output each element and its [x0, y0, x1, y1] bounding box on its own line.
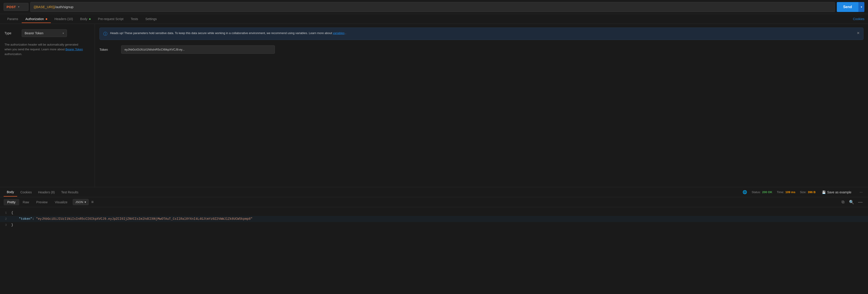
- main-content: Type Bearer Token ▾ The authorization he…: [0, 24, 868, 187]
- request-tabs-bar: Params Authorization Headers (10) Body P…: [0, 14, 868, 24]
- url-path: /auth/signup: [55, 5, 73, 9]
- status-label: Status:: [752, 190, 761, 194]
- copy-button[interactable]: ⧉: [839, 199, 847, 205]
- line-number-1: 1: [0, 211, 11, 216]
- time-value: 109 ms: [785, 190, 796, 194]
- subtab-preview[interactable]: Preview: [33, 199, 51, 205]
- tab-params[interactable]: Params: [4, 15, 22, 23]
- type-label: Type: [4, 31, 18, 35]
- time-item: Time: 109 ms: [777, 190, 796, 194]
- type-dropdown-label: Bearer Token: [25, 31, 61, 35]
- status-code: 200 OK: [762, 190, 772, 194]
- status-code-item: Status: 200 OK: [752, 190, 772, 194]
- response-tab-body[interactable]: Body: [4, 188, 17, 196]
- time-label: Time:: [777, 190, 784, 194]
- token-input[interactable]: [121, 45, 275, 54]
- type-dropdown[interactable]: Bearer Token ▾: [22, 29, 67, 37]
- url-bar: POST ▾ {{BASE_URI}} /auth/signup Send ▾: [0, 0, 868, 14]
- response-tab-testresults[interactable]: Test Results: [58, 188, 81, 196]
- token-label: Token: [99, 48, 118, 51]
- type-dropdown-chevron-icon: ▾: [63, 32, 64, 35]
- code-content-2: "token": "eyJhbGciOiJIUzI1NiIsInR5cCI6Ik…: [11, 216, 252, 221]
- save-icon: 💾: [822, 190, 826, 194]
- code-line-1: 1 {: [0, 210, 868, 216]
- alert-close-icon[interactable]: ✕: [857, 31, 860, 35]
- auth-right-panel: ⓘ Heads up! These parameters hold sensit…: [95, 24, 868, 187]
- code-area: 1 { 2 "token": "eyJhbGciOiJIUzI1NiIsInR5…: [0, 207, 868, 284]
- size-item: Size: 396 B: [800, 190, 816, 194]
- size-value: 396 B: [808, 190, 816, 194]
- code-line-2: 2 "token": "eyJhbGciOiJIUzI1NiIsInR5cCI6…: [0, 216, 868, 222]
- auth-type-row: Type Bearer Token ▾: [4, 29, 90, 37]
- send-dropdown-button[interactable]: ▾: [858, 2, 864, 12]
- line-number-3: 3: [0, 223, 11, 228]
- filter-button[interactable]: ≡: [90, 199, 96, 205]
- save-example-button[interactable]: 💾 Save as example: [820, 189, 853, 195]
- tab-settings[interactable]: Settings: [142, 15, 160, 23]
- globe-icon: 🌐: [743, 190, 747, 194]
- url-base: {{BASE_URI}}: [34, 5, 55, 9]
- tab-body[interactable]: Body: [76, 15, 94, 23]
- subtab-visualize[interactable]: Visualize: [51, 199, 71, 205]
- code-content-3: }: [11, 222, 13, 227]
- url-input[interactable]: {{BASE_URI}} /auth/signup: [30, 2, 835, 12]
- alert-banner: ⓘ Heads up! These parameters hold sensit…: [99, 28, 864, 40]
- variables-link[interactable]: variables: [333, 31, 344, 35]
- method-chevron-icon: ▾: [18, 5, 20, 8]
- auth-left-panel: Type Bearer Token ▾ The authorization he…: [0, 24, 95, 187]
- minimize-button[interactable]: —: [856, 198, 864, 206]
- line-number-2: 2: [0, 217, 11, 222]
- subtab-pretty[interactable]: Pretty: [4, 199, 19, 205]
- json-format-selector[interactable]: JSON ▾: [73, 199, 89, 205]
- response-status-area: 🌐 Status: 200 OK Time: 109 ms Size: 396 …: [743, 189, 864, 195]
- response-tabs-bar: Body Cookies Headers (8) Test Results 🌐 …: [0, 187, 868, 197]
- auth-description: The authorization header will be automat…: [4, 42, 90, 57]
- code-content-1: {: [11, 210, 13, 215]
- response-area: Body Cookies Headers (8) Test Results 🌐 …: [0, 187, 868, 284]
- format-chevron-icon: ▾: [85, 200, 86, 204]
- tab-headers[interactable]: Headers (10): [51, 15, 76, 23]
- search-button[interactable]: 🔍: [847, 199, 856, 206]
- size-label: Size:: [800, 190, 807, 194]
- info-icon: ⓘ: [103, 31, 107, 37]
- response-tab-cookies[interactable]: Cookies: [17, 188, 35, 196]
- response-tab-headers[interactable]: Headers (8): [35, 188, 58, 196]
- cookies-link[interactable]: Cookies: [853, 15, 864, 23]
- body-subtabs: Pretty Raw Preview Visualize JSON ▾ ≡ ⧉ …: [0, 197, 868, 207]
- method-label: POST: [6, 5, 16, 9]
- method-selector[interactable]: POST ▾: [4, 3, 29, 11]
- send-button[interactable]: Send: [837, 2, 858, 12]
- subtab-raw[interactable]: Raw: [19, 199, 33, 205]
- tab-tests[interactable]: Tests: [127, 15, 142, 23]
- tab-authorization[interactable]: Authorization: [22, 15, 51, 23]
- token-row: Token: [99, 45, 864, 54]
- send-button-container: Send ▾: [837, 2, 864, 12]
- alert-text: Heads up! These parameters hold sensitiv…: [110, 31, 852, 36]
- more-options-button[interactable]: ···: [858, 189, 864, 195]
- tab-prerequest[interactable]: Pre-request Script: [94, 15, 127, 23]
- bearer-token-link[interactable]: Bearer Token: [66, 48, 83, 51]
- code-line-3: 3 }: [0, 222, 868, 228]
- body-tab-dot: [89, 18, 91, 20]
- authorization-tab-dot: [46, 18, 47, 20]
